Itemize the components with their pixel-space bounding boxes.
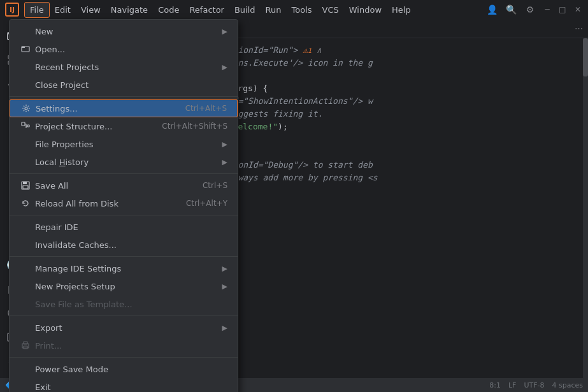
reload-shortcut: Ctrl+Alt+Y	[186, 199, 227, 208]
power-save-icon	[20, 363, 31, 375]
menu-item-local-history[interactable]: Local History ▶	[10, 153, 238, 171]
separator-3	[10, 215, 238, 215]
dropdown-overlay: New ▶ Open... Recent Projects ▶ Close Pr…	[0, 0, 588, 392]
separator-4	[10, 256, 238, 257]
menu-item-repair-ide[interactable]: Repair IDE	[10, 218, 238, 236]
new-label: New	[35, 27, 220, 36]
exit-label: Exit	[35, 382, 227, 392]
menu-item-export[interactable]: Export ▶	[10, 319, 238, 337]
settings-gear-icon	[20, 103, 32, 114]
save-all-icon	[20, 180, 31, 191]
project-structure-icon	[20, 120, 31, 132]
menu-item-open[interactable]: Open...	[10, 40, 238, 58]
menu-item-reload-all[interactable]: Reload All from Disk Ctrl+Alt+Y	[10, 194, 238, 212]
new-projects-icon	[20, 280, 31, 292]
export-icon	[20, 322, 31, 333]
local-history-arrow-icon: ▶	[222, 158, 227, 166]
power-save-label: Power Save Mode	[35, 365, 227, 374]
settings-label: Settings...	[36, 104, 180, 113]
separator-1	[10, 96, 238, 97]
reload-icon	[20, 198, 31, 209]
svg-point-14	[25, 107, 27, 110]
invalidate-icon	[20, 239, 31, 250]
svg-rect-22	[23, 185, 28, 189]
file-props-icon	[20, 138, 31, 150]
repair-icon	[20, 221, 31, 233]
menu-item-file-properties[interactable]: File Properties ▶	[10, 135, 238, 153]
new-icon	[20, 25, 31, 37]
print-label: Print...	[35, 341, 227, 351]
new-projects-arrow-icon: ▶	[222, 282, 227, 291]
settings-shortcut: Ctrl+Alt+S	[185, 104, 227, 113]
separator-2	[10, 173, 238, 174]
menu-item-save-template: Save File as Template...	[10, 295, 238, 313]
export-arrow-icon: ▶	[222, 324, 227, 332]
project-structure-label: Project Structure...	[35, 122, 157, 131]
repair-label: Repair IDE	[35, 222, 227, 232]
close-project-label: Close Project	[35, 80, 227, 90]
export-label: Export	[35, 323, 220, 333]
menu-item-exit[interactable]: Exit	[10, 378, 238, 392]
menu-item-invalidate-caches[interactable]: Invalidate Caches...	[10, 236, 238, 254]
close-project-icon	[20, 79, 31, 91]
new-projects-label: New Projects Setup	[35, 282, 220, 291]
svg-rect-19	[27, 125, 29, 127]
save-template-icon	[20, 298, 31, 310]
new-arrow-icon: ▶	[222, 27, 227, 36]
svg-rect-15	[22, 122, 25, 126]
menu-item-recent-projects[interactable]: Recent Projects ▶	[10, 58, 238, 76]
invalidate-label: Invalidate Caches...	[35, 240, 227, 250]
save-all-shortcut: Ctrl+S	[203, 181, 227, 190]
menu-item-settings[interactable]: Settings... Ctrl+Alt+S	[10, 99, 238, 117]
menu-item-close-project[interactable]: Close Project	[10, 76, 238, 94]
separator-6	[10, 357, 238, 358]
recent-projects-icon	[20, 61, 31, 73]
manage-ide-arrow-icon: ▶	[222, 265, 227, 273]
local-history-label: Local History	[35, 157, 220, 167]
save-template-label: Save File as Template...	[35, 300, 227, 309]
svg-rect-24	[24, 342, 27, 344]
menu-item-new-projects-setup[interactable]: New Projects Setup ▶	[10, 277, 238, 295]
project-structure-shortcut: Ctrl+Alt+Shift+S	[162, 122, 227, 131]
recent-arrow-icon: ▶	[222, 63, 227, 71]
svg-rect-25	[24, 346, 27, 349]
open-label: Open...	[35, 45, 227, 54]
menu-item-manage-ide[interactable]: Manage IDE Settings ▶	[10, 259, 238, 277]
print-icon	[20, 340, 31, 351]
exit-icon	[20, 381, 31, 392]
reload-label: Reload All from Disk	[35, 199, 181, 208]
file-props-label: File Properties	[35, 140, 220, 149]
menu-item-project-structure[interactable]: Project Structure... Ctrl+Alt+Shift+S	[10, 117, 238, 135]
menu-item-new[interactable]: New ▶	[10, 22, 238, 40]
recent-projects-label: Recent Projects	[35, 62, 220, 72]
local-history-icon	[20, 156, 31, 168]
manage-ide-icon	[20, 263, 31, 274]
open-icon	[20, 43, 31, 55]
file-menu-dropdown: New ▶ Open... Recent Projects ▶ Close Pr…	[9, 19, 238, 392]
menu-item-save-all[interactable]: Save All Ctrl+S	[10, 177, 238, 194]
save-all-label: Save All	[35, 181, 197, 191]
svg-rect-21	[23, 182, 27, 184]
file-props-arrow-icon: ▶	[222, 140, 227, 149]
menu-item-power-save[interactable]: Power Save Mode	[10, 360, 238, 378]
manage-ide-label: Manage IDE Settings	[35, 264, 220, 273]
menu-item-print: Print...	[10, 337, 238, 354]
separator-5	[10, 316, 238, 316]
